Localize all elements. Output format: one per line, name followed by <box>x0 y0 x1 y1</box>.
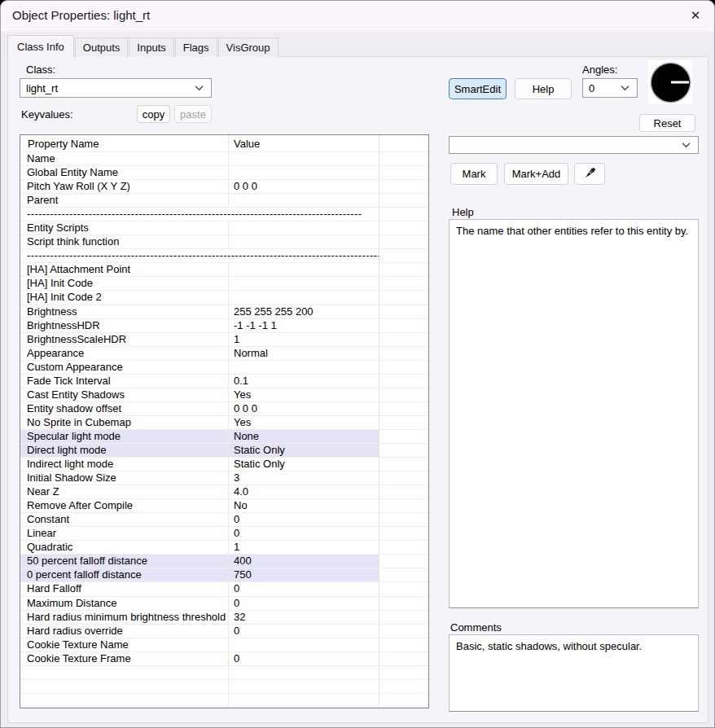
cell-property-name: Cookie Texture Frame <box>20 652 229 665</box>
reset-button[interactable]: Reset <box>639 114 695 132</box>
table-row[interactable]: [HA] Attachment Point <box>20 263 428 277</box>
copy-button[interactable]: copy <box>137 105 170 123</box>
table-row[interactable]: Entity shadow offset0 0 0 <box>20 402 428 416</box>
table-row[interactable]: [HA] Init Code <box>20 277 428 291</box>
table-row[interactable]: Script think function <box>20 235 428 249</box>
cell-property-name: Hard radius minimum brightness threshold <box>20 611 229 624</box>
table-row[interactable]: Hard radius override0 <box>20 625 428 638</box>
cell-value <box>229 235 379 248</box>
cell-value <box>229 263 379 276</box>
table-row[interactable]: Fade Tick Interval0.1 <box>20 375 428 388</box>
table-row[interactable]: Parent <box>20 194 428 208</box>
table-row[interactable]: AppearanceNormal <box>20 347 428 361</box>
mark-button-label: Mark <box>463 168 486 180</box>
table-row[interactable]: Indirect light modeStatic Only <box>20 458 428 471</box>
table-row[interactable]: No Sprite in CubemapYes <box>20 416 428 430</box>
cell-value <box>229 194 379 207</box>
table-row[interactable] <box>20 694 428 708</box>
smartedit-button-label: SmartEdit <box>454 83 501 95</box>
tab-inputs[interactable]: Inputs <box>129 37 173 57</box>
table-row[interactable]: Brightness255 255 255 200 <box>20 305 428 319</box>
cell-value <box>229 152 379 165</box>
table-row[interactable]: Cookie Texture Frame0 <box>20 652 428 666</box>
cell-property-name: Entity Scripts <box>20 221 229 235</box>
class-dropdown[interactable]: light_rt <box>20 78 212 98</box>
chevron-down-icon <box>682 138 691 151</box>
title-bar: Object Properties: light_rt ✕ <box>1 1 714 32</box>
comments-text-box[interactable]: Basic, static shadows, without specular. <box>449 634 699 712</box>
table-row[interactable]: Cookie Texture Name <box>20 638 428 652</box>
cell-property-name: No Sprite in Cubemap <box>20 416 229 429</box>
paste-button-label: paste <box>180 108 206 121</box>
table-row[interactable]: Hard radius minimum brightness threshold… <box>20 611 428 625</box>
cell-property-name: Script think function <box>20 235 229 248</box>
cell-property-name: Initial Shadow Size <box>20 471 229 485</box>
table-row[interactable]: [HA] Init Code 2 <box>20 291 428 305</box>
property-table-body: NameGlobal Entity NamePitch Yaw Roll (X … <box>20 152 428 708</box>
cell-blank <box>379 208 428 221</box>
table-row[interactable]: ----------------------------------------… <box>20 208 428 221</box>
cell-blank <box>379 652 428 665</box>
cell-property-name <box>20 680 229 693</box>
cell-blank <box>379 430 428 443</box>
smartedit-button[interactable]: SmartEdit <box>449 78 507 99</box>
table-row[interactable]: Global Entity Name <box>20 166 428 180</box>
table-row[interactable]: Custom Appearance <box>20 361 428 375</box>
cell-property-name: Entity shadow offset <box>20 402 229 415</box>
table-row[interactable]: Linear0 <box>20 527 428 541</box>
table-row[interactable]: Near Z4.0 <box>20 485 428 499</box>
table-row[interactable]: Remove After CompileNo <box>20 499 428 513</box>
table-row[interactable] <box>20 666 428 680</box>
mark-button[interactable]: Mark <box>450 163 498 185</box>
table-row[interactable]: Specular light modeNone <box>20 430 428 444</box>
table-row[interactable]: ----------------------------------------… <box>20 249 428 263</box>
cell-value: 32 <box>229 611 379 624</box>
tab-flags[interactable]: Flags <box>175 37 217 57</box>
table-row[interactable]: 0 percent falloff distance750 <box>20 568 428 582</box>
cell-value: 4.0 <box>229 485 379 498</box>
table-row[interactable]: Hard Falloff0 <box>20 582 428 596</box>
table-row[interactable]: Constant0 <box>20 513 428 527</box>
table-row[interactable]: Name <box>20 152 428 166</box>
cell-property-name: [HA] Attachment Point <box>20 263 229 276</box>
tab-visgroup[interactable]: VisGroup <box>218 37 279 57</box>
table-row[interactable]: 50 percent falloff distance400 <box>20 555 428 568</box>
angle-dial[interactable] <box>648 60 692 104</box>
cell-blank <box>379 194 428 207</box>
paste-button[interactable]: paste <box>174 105 212 123</box>
reset-button-label: Reset <box>654 117 682 129</box>
table-row[interactable]: Cast Entity ShadowsYes <box>20 388 428 402</box>
table-row[interactable]: Direct light modeStatic Only <box>20 444 428 458</box>
cell-value <box>229 277 379 290</box>
tab-outputs[interactable]: Outputs <box>75 37 129 57</box>
table-row[interactable]: Initial Shadow Size3 <box>20 471 428 485</box>
cell-property-name: [HA] Init Code 2 <box>20 291 229 304</box>
table-row[interactable] <box>20 680 428 694</box>
table-row[interactable]: Quadratic1 <box>20 541 428 555</box>
cell-property-name: Pitch Yaw Roll (X Y Z) <box>20 180 229 193</box>
help-button[interactable]: Help <box>515 78 572 99</box>
column-header-value: Value <box>229 135 379 151</box>
cell-blank <box>379 625 428 638</box>
keyvalue-select-dropdown[interactable] <box>449 136 699 154</box>
table-row[interactable]: BrightnessScaleHDR1 <box>20 333 428 347</box>
table-row[interactable]: Entity Scripts <box>20 221 428 235</box>
cell-property-name: Indirect light mode <box>20 458 229 471</box>
table-row[interactable]: Maximum Distance0 <box>20 597 428 611</box>
cell-blank <box>379 555 428 568</box>
eyedropper-button[interactable] <box>574 163 605 185</box>
table-row[interactable]: BrightnessHDR-1 -1 -1 1 <box>20 319 428 333</box>
cell-value <box>229 166 379 179</box>
cell-value: 0 0 0 <box>229 180 379 193</box>
divider-row-dashes: ----------------------------------------… <box>20 249 379 262</box>
cell-value: 255 255 255 200 <box>229 305 379 318</box>
tab-class-info[interactable]: Class Info <box>7 35 74 57</box>
cell-blank <box>379 597 428 610</box>
property-table-header: Property Name Value <box>20 135 428 152</box>
angles-dropdown[interactable]: 0 <box>582 78 638 98</box>
close-button[interactable]: ✕ <box>686 7 705 24</box>
mark-add-button[interactable]: Mark+Add <box>504 163 568 185</box>
divider-row-dashes: ----------------------------------------… <box>20 208 379 221</box>
table-row[interactable]: Pitch Yaw Roll (X Y Z)0 0 0 <box>20 180 428 194</box>
cell-value <box>229 291 379 304</box>
